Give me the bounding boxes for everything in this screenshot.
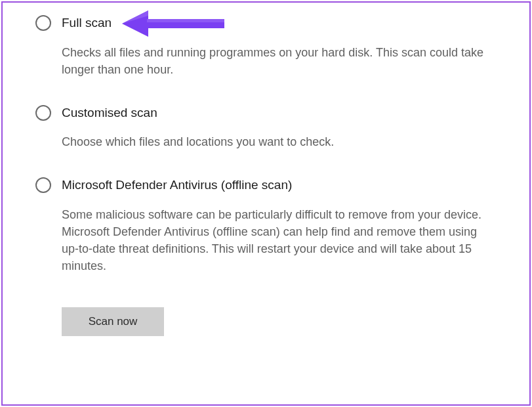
option-desc-offline-scan: Some malicious software can be particula… [62,206,497,274]
option-full-scan: Full scan [35,14,503,32]
option-title-offline-scan: Microsoft Defender Antivirus (offline sc… [62,177,503,194]
option-desc-full-scan: Checks all files and running programmes … [62,44,497,78]
option-title-customised-scan: Customised scan [62,104,503,122]
option-title-full-scan: Full scan [62,14,503,32]
option-customised-scan: Customised scan [35,104,503,122]
radio-customised-scan[interactable] [35,105,51,121]
option-desc-customised-scan: Choose which files and locations you wan… [62,133,497,150]
radio-full-scan[interactable] [35,15,51,31]
scan-now-button[interactable]: Scan now [62,307,164,336]
option-offline-scan: Microsoft Defender Antivirus (offline sc… [35,177,503,194]
scan-options-panel: Full scan Checks all files and running p… [1,1,531,406]
radio-offline-scan[interactable] [35,177,51,193]
